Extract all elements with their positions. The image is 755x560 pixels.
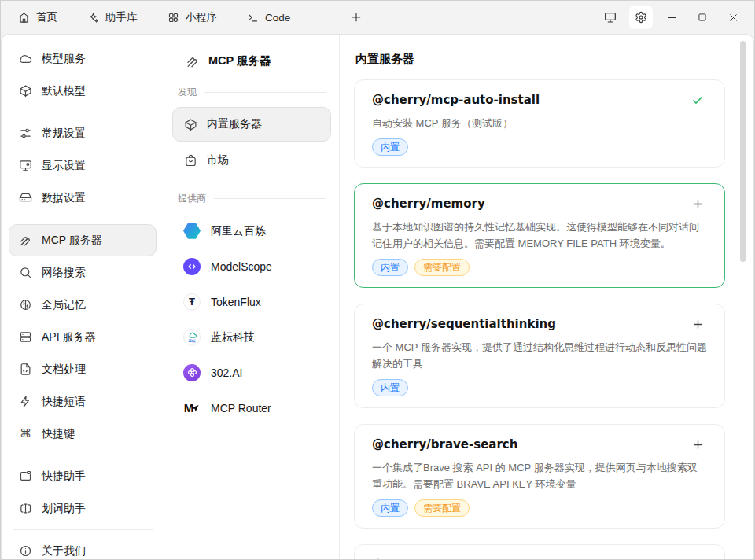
add-server-button[interactable] <box>688 435 707 454</box>
content-area: 模型服务 默认模型 常规设置 显示设置 <box>1 34 754 559</box>
display-mode-button[interactable] <box>598 6 622 29</box>
section-discover-label: 发现 <box>178 86 197 99</box>
add-server-button[interactable] <box>688 194 707 213</box>
sidebar-item-data-settings[interactable]: 数据设置 <box>9 182 157 214</box>
sidebar-item-web-search[interactable]: 网络搜索 <box>9 256 157 289</box>
titlebar-tabs: 首页 助手库 小程序 Code <box>18 10 363 24</box>
sidebar-item-about[interactable]: 关于我们 <box>9 535 157 559</box>
server-card-memory[interactable]: @cherry/memory 基于本地知识图谱的持久性记忆基础实现。这使得模型能… <box>354 183 725 288</box>
server-card-sequentialthinking[interactable]: @cherry/sequentialthinking 一个 MCP 服务器实现，… <box>354 304 725 408</box>
tab-assistants[interactable]: 助手库 <box>87 10 138 24</box>
server-badges: 内置 需要配置 <box>372 259 707 276</box>
minimize-button[interactable] <box>660 6 683 29</box>
sidebar-divider <box>13 455 153 455</box>
shopping-bag-icon <box>184 154 197 168</box>
provider-item-302ai[interactable]: 302.AI <box>172 355 331 390</box>
sidebar-item-mcp-servers[interactable]: MCP 服务器 <box>9 224 157 256</box>
sliders-icon <box>19 127 32 140</box>
sidebar-item-selection-assistant[interactable]: 划词助手 <box>9 492 157 525</box>
panel-icon <box>19 470 32 483</box>
provider-item-lanyun[interactable]: 蓝耘 蓝耘科技 <box>172 319 331 355</box>
minimize-icon <box>666 12 678 24</box>
tab-code-label: Code <box>265 12 290 24</box>
badge-builtin: 内置 <box>372 259 408 276</box>
sidebar-item-label: 快捷键 <box>42 427 75 441</box>
terminal-icon <box>247 12 259 24</box>
server-name: @cherry/sequentialthinking <box>372 317 556 331</box>
home-icon <box>18 12 30 24</box>
provider-label: 阿里云百炼 <box>211 224 266 238</box>
provider-item-mcprouter[interactable]: M MCP Router <box>172 390 331 426</box>
tab-miniapps-label: 小程序 <box>186 10 218 24</box>
settings-button[interactable] <box>629 6 653 29</box>
zap-icon <box>19 395 32 408</box>
sidebar-item-label: 文档处理 <box>42 363 86 377</box>
maximize-button[interactable] <box>691 6 714 29</box>
provider-label: ModelScope <box>211 260 272 273</box>
server-badges: 内置 需要配置 <box>372 499 707 517</box>
maximize-icon <box>697 12 708 23</box>
server-card-brave-search[interactable]: @cherry/brave-search 一个集成了Brave 搜索 API 的… <box>354 424 725 529</box>
sidebar-item-label: 模型服务 <box>42 52 86 66</box>
server-card-list: @cherry/mcp-auto-install 自动安装 MCP 服务（测试版… <box>354 79 725 559</box>
installed-check-icon <box>688 90 707 109</box>
scrollbar-thumb[interactable] <box>740 41 746 262</box>
add-server-button[interactable] <box>688 315 707 333</box>
provider-label: TokenFlux <box>211 296 261 308</box>
provider-item-bailian[interactable]: 阿里云百炼 <box>172 213 331 249</box>
server-card-fetch[interactable]: @cherry/fetch 用于获取 URL 网页内容的 MCP 服务器 <box>354 544 725 559</box>
sidebar-item-display-settings[interactable]: 显示设置 <box>9 149 157 182</box>
tab-home[interactable]: 首页 <box>18 10 57 24</box>
sidebar-item-api-server[interactable]: API 服务器 <box>9 321 157 353</box>
sidebar-item-general-settings[interactable]: 常规设置 <box>9 117 157 149</box>
add-server-button[interactable] <box>688 555 707 559</box>
section-divider <box>204 92 326 93</box>
monitor-icon <box>604 11 617 24</box>
close-button[interactable] <box>721 6 745 29</box>
cloud-icon <box>19 52 32 65</box>
new-tab-button[interactable] <box>350 11 363 24</box>
mcp-panel: MCP 服务器 发现 内置服务器 市场 提供商 <box>164 35 340 559</box>
sidebar-item-label: 划词助手 <box>42 502 86 516</box>
mcprouter-logo: M <box>183 400 201 417</box>
sidebar-item-label: 显示设置 <box>42 159 86 173</box>
sidebar-item-label: MCP 服务器 <box>42 234 102 248</box>
badge-config-required: 需要配置 <box>414 259 470 276</box>
mcp-icon <box>186 54 200 68</box>
tab-assistants-label: 助手库 <box>105 10 138 24</box>
section-discover: 发现 <box>178 86 326 99</box>
app-window: 首页 助手库 小程序 Code <box>0 0 755 560</box>
sidebar-item-quick-phrases[interactable]: 快捷短语 <box>9 385 157 418</box>
panel-item-builtin-servers[interactable]: 内置服务器 <box>172 107 331 142</box>
server-name: @cherry/memory <box>372 197 485 211</box>
section-providers: 提供商 <box>178 192 326 205</box>
sidebar-item-model-services[interactable]: 模型服务 <box>9 42 157 75</box>
provider-item-modelscope[interactable]: ModelScope <box>172 249 331 284</box>
tab-miniapps[interactable]: 小程序 <box>168 10 218 24</box>
server-description: 基于本地知识图谱的持久性记忆基础实现。这使得模型能够在不同对话间记住用户的相关信… <box>372 219 707 252</box>
sidebar-item-label: 默认模型 <box>42 84 86 98</box>
sidebar-item-label: 关于我们 <box>42 544 86 558</box>
sidebar-item-global-memory[interactable]: 全局记忆 <box>9 289 157 321</box>
sidebar-item-document-processing[interactable]: 文档处理 <box>9 353 157 385</box>
server-badges: 内置 <box>372 138 707 156</box>
sparkle-icon <box>87 12 99 24</box>
hard-drive-icon <box>19 191 32 204</box>
server-description: 一个 MCP 服务器实现，提供了通过结构化思维过程进行动态和反思性问题解决的工具 <box>372 339 707 372</box>
panel-item-market[interactable]: 市场 <box>172 143 331 178</box>
server-card-mcp-auto-install[interactable]: @cherry/mcp-auto-install 自动安装 MCP 服务（测试版… <box>354 79 725 168</box>
lanyun-logo: 蓝耘 <box>183 329 201 346</box>
package-icon <box>184 118 197 131</box>
package-icon <box>19 84 32 98</box>
grid-icon <box>168 12 179 24</box>
brain-icon <box>19 298 32 311</box>
titlebar: 首页 助手库 小程序 Code <box>1 1 754 34</box>
badge-builtin: 内置 <box>372 138 408 156</box>
sidebar-item-quick-assistant[interactable]: 快捷助手 <box>9 460 157 492</box>
server-icon <box>19 330 32 344</box>
badge-builtin: 内置 <box>372 499 408 517</box>
provider-item-tokenflux[interactable]: Ŧ TokenFlux <box>172 284 331 319</box>
sidebar-item-default-models[interactable]: 默认模型 <box>9 75 157 107</box>
tab-code[interactable]: Code <box>247 12 290 24</box>
sidebar-item-shortcuts[interactable]: ⌘ 快捷键 <box>9 418 157 450</box>
